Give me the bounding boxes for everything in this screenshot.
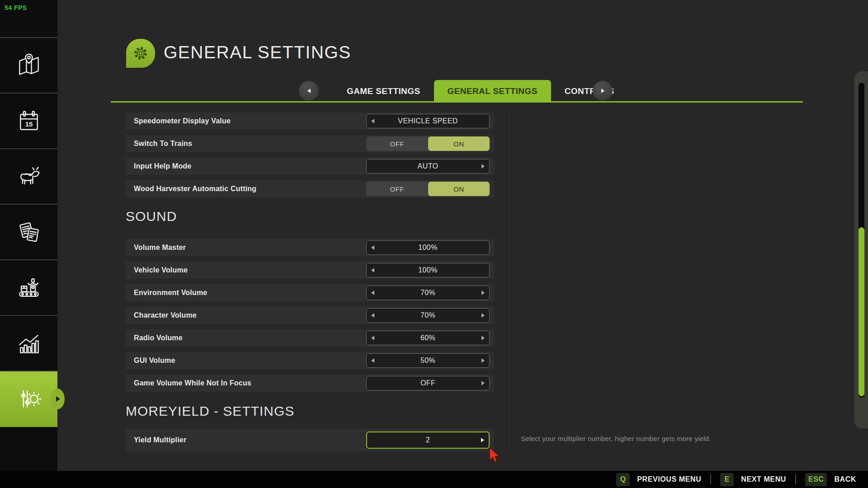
setting-label: Radio Volume [134,334,183,342]
setting-label: Switch To Trains [134,140,192,148]
next-menu-hint[interactable]: E NEXT MENU [720,473,786,486]
page-title: GENERAL SETTINGS [164,42,351,62]
increase-arrow-icon[interactable] [481,438,484,442]
mod-settings-icon [15,385,42,413]
key-q-badge: Q [616,473,630,486]
setting-row: Game Volume While Not In Focus OFF [126,375,494,392]
sidebar-item-production[interactable] [0,260,57,316]
key-e-badge: E [720,473,734,486]
sidebar-item-calendar[interactable]: 15 [0,94,57,149]
settings-gear-badge [126,39,155,68]
gui-volume-selector[interactable]: 50% [366,353,490,368]
setting-label: Volume Master [134,244,186,252]
svg-text:15: 15 [25,120,33,128]
increase-arrow-icon[interactable] [481,381,485,385]
decrease-arrow-icon[interactable] [371,358,374,363]
fps-counter: 54 FPS [5,4,27,11]
setting-row: Character Volume 70% [126,307,494,324]
production-icon [15,274,42,301]
setting-row: Switch To Trains OFF ON [126,135,494,152]
setting-row: Environment Volume 70% [126,284,494,301]
gear-icon [130,43,151,64]
sidebar-item-statistics[interactable] [0,316,57,371]
tab-general-settings[interactable]: GENERAL SETTINGS [434,80,551,103]
input-help-mode-selector[interactable]: AUTO [366,159,490,174]
environment-volume-selector[interactable]: 70% [366,286,490,300]
scrollbar [854,71,868,428]
key-esc-badge: ESC [805,473,827,486]
tab-controls[interactable]: CONTROLS [551,80,628,103]
increase-arrow-icon[interactable] [481,313,485,318]
increase-arrow-icon[interactable] [481,164,485,169]
sidebar-item-animals[interactable] [0,149,57,205]
setting-label: GUI Volume [134,357,175,365]
setting-row: Wood Harvester Automatic Cutting OFF ON [126,180,494,197]
vehicle-volume-selector[interactable]: 100% [366,263,490,277]
tabs-previous-button[interactable] [299,81,319,101]
contracts-icon [15,219,42,246]
game-volume-not-in-focus-selector[interactable]: OFF [366,376,490,390]
map-icon [15,52,42,79]
scrollbar-track[interactable] [859,83,864,398]
bottom-hint-bar: Q PREVIOUS MENU E NEXT MENU ESC BACK [0,471,868,488]
panel-divider [509,108,510,453]
previous-menu-hint[interactable]: Q PREVIOUS MENU [616,473,701,486]
decrease-arrow-icon[interactable] [371,245,374,250]
setting-row: Volume Master 100% [126,239,494,256]
section-title-sound: SOUND [126,209,177,224]
sidebar-item-mod-settings[interactable] [0,371,57,427]
increase-arrow-icon[interactable] [481,336,485,340]
sidebar-item-contracts[interactable] [0,205,57,260]
increase-arrow-icon[interactable] [481,358,485,363]
back-label: BACK [834,475,856,483]
statistics-icon [15,330,42,357]
setting-label: Game Volume While Not In Focus [134,379,251,387]
character-volume-selector[interactable]: 70% [366,308,490,323]
decrease-arrow-icon[interactable] [371,119,374,123]
switch-to-trains-toggle[interactable]: OFF ON [366,136,490,151]
setting-label: Wood Harvester Automatic Cutting [134,185,256,193]
sidebar-item-map[interactable] [0,38,57,94]
decrease-arrow-icon[interactable] [371,291,374,295]
setting-label: Input Help Mode [134,162,191,170]
left-arrow-icon [307,89,311,93]
radio-volume-selector[interactable]: 60% [366,331,490,345]
volume-master-selector[interactable]: 100% [366,240,490,255]
next-menu-label: NEXT MENU [741,475,786,483]
speedometer-display-value-selector[interactable]: VEHICLE SPEED [366,114,490,128]
calendar-icon: 15 [15,108,42,135]
setting-label: Vehicle Volume [134,266,188,274]
hint-separator [795,474,796,484]
previous-menu-label: PREVIOUS MENU [637,475,701,483]
toggle-off-option[interactable]: OFF [366,182,428,196]
active-item-bump-arrow [50,389,65,409]
right-arrow-icon [601,89,604,93]
tabs-next-button[interactable] [593,81,613,101]
decrease-arrow-icon[interactable] [371,268,374,272]
setting-row: Yield Multiplier 2 [126,429,494,451]
setting-label: Speedometer Display Value [134,117,231,125]
setting-row: Radio Volume 60% [126,329,494,347]
fps-block: 54 FPS [0,0,57,38]
decrease-arrow-icon[interactable] [371,313,374,318]
toggle-on-option[interactable]: ON [428,136,490,151]
general-settings-screen: 54 FPS 15 [0,0,868,488]
wood-harvester-automatic-cutting-toggle[interactable]: OFF ON [366,182,490,196]
setting-row: Input Help Mode AUTO [126,158,494,175]
increase-arrow-icon[interactable] [481,291,485,295]
tab-bar: GAME SETTINGS GENERAL SETTINGS CONTROLS [333,80,628,103]
tab-game-settings[interactable]: GAME SETTINGS [333,80,434,103]
toggle-on-option[interactable]: ON [428,182,490,196]
toggle-off-option[interactable]: OFF [366,136,428,151]
scrollbar-thumb[interactable] [859,227,864,396]
section-title-moreyield: MOREYIELD - SETTINGS [126,404,294,419]
decrease-arrow-icon[interactable] [371,336,374,340]
setting-label: Environment Volume [134,289,207,297]
setting-row: Speedometer Display Value VEHICLE SPEED [126,113,494,130]
setting-help-text: Select your multiplier number, higher nu… [521,435,801,442]
back-hint[interactable]: ESC BACK [805,473,856,486]
setting-row: Vehicle Volume 100% [126,262,494,279]
yield-multiplier-selector[interactable]: 2 [366,432,490,449]
setting-row: GUI Volume 50% [126,352,494,369]
mouse-cursor-icon [488,447,502,464]
